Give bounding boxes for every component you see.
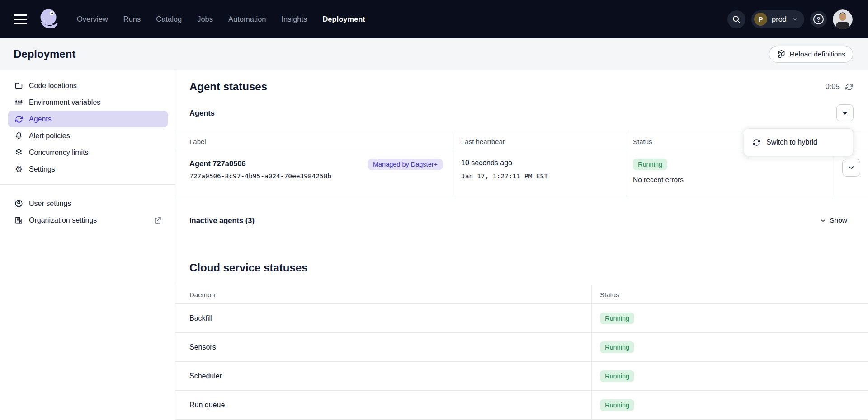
daemon-status-badge: Running (600, 370, 634, 382)
chevron-down-icon (820, 217, 826, 224)
menu-item-switch-to-hybrid[interactable]: Switch to hybrid (744, 131, 853, 153)
show-inactive-toggle[interactable]: Show (820, 216, 847, 224)
agents-section-title: Agents (189, 109, 215, 117)
cloud-service-statuses-title: Cloud service statuses (189, 261, 307, 274)
search-button[interactable] (727, 10, 745, 28)
daemon-row-sensors: Sensors Running (175, 333, 868, 362)
primary-nav: Overview Runs Catalog Jobs Automation In… (77, 15, 365, 23)
daemon-table-header: Daemon Status (175, 285, 868, 304)
agent-status-note: No recent errors (633, 176, 827, 184)
nav-item-catalog[interactable]: Catalog (156, 15, 182, 23)
env-vars-icon (14, 98, 24, 107)
agent-id: 727a0506-8c97-4b95-a024-70ee3984258b (189, 173, 331, 180)
daemon-row-backfill: Backfill Running (175, 304, 868, 333)
deployment-name: prod (772, 15, 787, 23)
nav-item-automation[interactable]: Automation (228, 15, 266, 23)
daemon-row-scheduler: Scheduler Running (175, 362, 868, 391)
layers-icon (14, 148, 24, 157)
help-button[interactable]: ? (810, 11, 827, 28)
triangle-down-icon (842, 112, 848, 115)
inactive-agents-title: Inactive agents (3) (189, 216, 255, 225)
hamburger-menu-icon[interactable] (14, 14, 27, 24)
agent-row-menu-button[interactable] (842, 159, 860, 177)
daemon-name: Scheduler (175, 362, 591, 390)
deployment-sidebar: Code locations Environment variables (0, 70, 175, 420)
daemon-status-badge: Running (600, 399, 634, 411)
sidebar-item-environment-variables[interactable]: Environment variables (8, 94, 168, 111)
managed-badge: Managed by Dagster+ (368, 159, 443, 170)
sidebar-item-user-settings[interactable]: User settings (8, 195, 168, 212)
sidebar-item-settings[interactable]: ⚙ Settings (8, 161, 168, 177)
gear-icon: ⚙ (14, 164, 24, 174)
folder-icon (14, 81, 24, 90)
daemon-status-badge: Running (600, 341, 634, 353)
column-header-daemon: Daemon (175, 285, 591, 303)
sync-icon (752, 138, 761, 147)
sidebar-divider (0, 184, 175, 185)
refresh-button[interactable] (845, 83, 854, 91)
agent-statuses-title: Agent statuses (189, 80, 267, 93)
reload-definitions-button[interactable]: Reload definitions (769, 46, 853, 63)
daemon-name: Backfill (175, 304, 591, 332)
daemon-table: Daemon Status Backfill Running Sensors R… (175, 285, 868, 420)
nav-item-insights[interactable]: Insights (282, 15, 307, 23)
dagster-logo-icon[interactable] (36, 6, 62, 33)
daemon-name: Sensors (175, 333, 591, 361)
heartbeat-timestamp: Jan 17, 1:27:11 PM EST (461, 173, 619, 180)
question-icon: ? (813, 14, 824, 24)
column-header-status: Status (591, 285, 868, 303)
chevron-down-icon (847, 163, 855, 172)
refresh-countdown: 0:05 (826, 83, 840, 91)
nav-item-jobs[interactable]: Jobs (197, 15, 213, 23)
user-avatar[interactable] (833, 9, 853, 29)
daemon-row-run-queue: Run queue Running (175, 391, 868, 420)
user-circle-icon (14, 199, 24, 208)
org-avatar: P (754, 13, 767, 26)
sidebar-item-alert-policies[interactable]: Alert policies (8, 127, 168, 144)
reload-box-icon (777, 49, 786, 59)
agent-sync-icon (14, 114, 24, 124)
agents-menu-toggle-button[interactable] (836, 104, 854, 121)
agent-status-badge: Running (633, 159, 667, 170)
nav-item-runs[interactable]: Runs (123, 15, 141, 23)
chevron-down-icon (791, 15, 799, 23)
page-header: Deployment Reload definitions (0, 38, 868, 70)
column-header-heartbeat: Last heartbeat (454, 132, 626, 151)
deployment-switcher[interactable]: P prod (751, 10, 804, 28)
nav-item-overview[interactable]: Overview (77, 15, 108, 23)
top-nav: Overview Runs Catalog Jobs Automation In… (0, 0, 868, 38)
sidebar-item-agents[interactable]: Agents (8, 111, 168, 127)
bell-icon (14, 131, 24, 140)
daemon-name: Run queue (175, 391, 591, 419)
deployment-main: Agent statuses 0:05 Agents (175, 70, 868, 420)
sidebar-item-organization-settings[interactable]: Organization settings (8, 212, 168, 229)
column-header-label: Label (175, 132, 454, 151)
building-icon (14, 215, 24, 225)
refresh-icon (845, 83, 854, 91)
heartbeat-relative: 10 seconds ago (461, 159, 619, 168)
agent-name: Agent 727a0506 (189, 159, 331, 168)
external-link-icon (154, 216, 162, 224)
agents-context-menu: Switch to hybrid (744, 129, 853, 156)
nav-item-deployment[interactable]: Deployment (322, 15, 365, 23)
sidebar-item-code-locations[interactable]: Code locations (8, 77, 168, 94)
daemon-status-badge: Running (600, 313, 634, 324)
agent-row: Agent 727a0506 727a0506-8c97-4b95-a024-7… (175, 151, 868, 197)
search-icon (731, 14, 741, 24)
page-title: Deployment (14, 48, 75, 61)
sidebar-item-concurrency-limits[interactable]: Concurrency limits (8, 144, 168, 161)
